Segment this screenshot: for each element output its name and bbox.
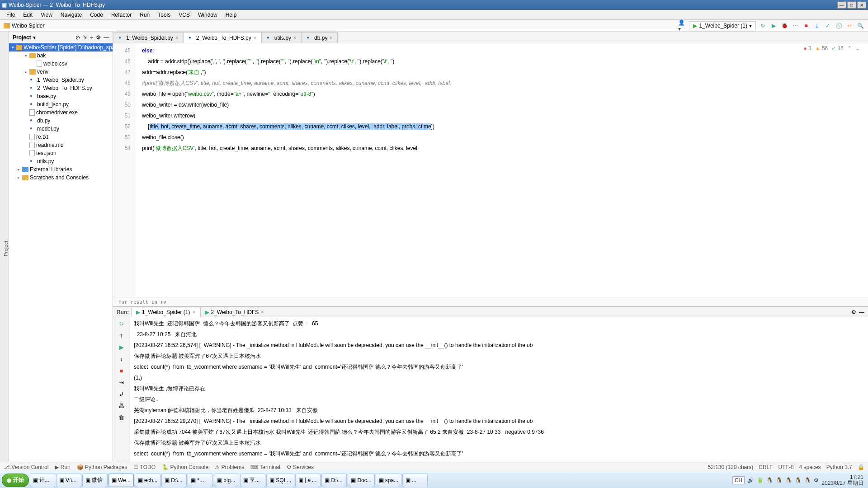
menu-code[interactable]: Code [86,11,107,19]
taskbar-item[interactable]: ▣big... [214,474,239,487]
tree-item[interactable]: ▸venv [9,68,113,76]
taskbar-item[interactable]: ▣[＃... [295,474,321,487]
bottom-tool-todo[interactable]: ☰ TODO [133,464,156,470]
stop-button[interactable]: ■ [802,22,810,30]
tray-lang[interactable]: CH [732,476,745,484]
taskbar-item[interactable]: ▣V:\... [56,474,81,487]
tree-item[interactable]: 2_Weibo_To_HDFS.py [9,84,113,92]
tree-item[interactable]: build_json.py [9,100,113,108]
run-config-selector[interactable]: ▶1_Weibo_Spider (1)▾ [689,21,756,30]
collapse-all-icon[interactable]: ÷ [90,34,93,41]
tray-clock[interactable]: 17:21 2023/8/27 星期日 [821,474,863,486]
editor-tab[interactable]: 2_Weibo_To_HDFS.py✕ [183,32,262,43]
user-icon[interactable]: 👤▾ [678,22,686,30]
run-settings-icon[interactable]: ⚙ [851,309,856,315]
tray-icon[interactable]: 🐧 [776,477,783,483]
code-editor[interactable]: 45464748495051525354 else: addr = addr.s… [113,43,868,297]
editor-tab[interactable]: db.py✕ [301,32,338,43]
run-hide-icon[interactable]: — [859,309,864,315]
bottom-tool-python-console[interactable]: 🐍 Python Console [162,464,208,470]
taskbar-item[interactable]: ▣D:\... [321,474,347,487]
git-commit-icon[interactable]: ✓ [824,22,832,30]
taskbar-item[interactable]: ▣享... [240,474,265,487]
close-button[interactable]: ✕ [857,1,866,9]
project-tool-tab[interactable]: Project [3,241,9,256]
bottom-tool-services[interactable]: ⚙ Services [287,464,314,470]
tree-item[interactable]: test.json [9,149,113,157]
tree-item[interactable]: re.txt [9,133,113,141]
taskbar-item[interactable]: ▣计... [30,474,55,487]
breadcrumb-project[interactable]: Weibo-Spider [12,23,44,29]
tree-item[interactable]: 1_Weibo_Spider.py [9,76,113,84]
tray-icon[interactable]: 🐧 [766,477,773,483]
tree-item[interactable]: base.py [9,92,113,100]
tree-item[interactable]: utils.py [9,157,113,165]
bottom-tool-version-control[interactable]: ⎇ Version Control [4,464,48,470]
exit-icon[interactable]: ⇥ [117,378,126,387]
taskbar-item[interactable]: ▣D:\... [161,474,187,487]
start-button[interactable]: ◉ 开始 [2,474,29,487]
bottom-tool-run[interactable]: ▶ Run [55,464,70,470]
print-icon[interactable]: 🖶 [117,401,126,410]
status-item[interactable]: 4 spaces [799,464,821,470]
tray-icon[interactable]: 🐧 [804,477,811,483]
tree-item[interactable]: model.py [9,125,113,133]
bottom-tool-python-packages[interactable]: 📦 Python Packages [77,464,127,470]
git-update-icon[interactable]: ⤓ [813,22,821,30]
soft-wrap-icon[interactable]: ↲ [117,389,126,399]
tree-root[interactable]: ▾ Weibo-Spider [Spider] D:\hadoop_spark [9,43,113,52]
close-icon[interactable]: ✕ [293,35,297,40]
git-rollback-icon[interactable]: ↩ [845,22,854,30]
status-item[interactable]: CRLF [759,464,773,470]
menu-refactor[interactable]: Refactor [108,11,135,19]
menu-view[interactable]: View [37,11,56,19]
close-icon[interactable]: ✕ [253,35,257,40]
menu-edit[interactable]: Edit [19,11,36,19]
scroll-down-icon[interactable]: ↓ [117,354,126,363]
close-icon[interactable]: ✕ [260,310,264,314]
close-icon[interactable]: ✕ [175,35,179,40]
tree-item[interactable]: ▸Scratches and Consoles [9,174,113,182]
tray-icon[interactable]: 🔋 [757,477,764,483]
git-history-icon[interactable]: 🕓 [835,22,843,30]
taskbar-item[interactable]: ▣SQL... [266,474,294,487]
reload-icon[interactable]: ↻ [759,22,767,30]
bottom-tool-terminal[interactable]: ⌨ Terminal [250,464,280,470]
status-item[interactable]: UTF-8 [778,464,794,470]
run-button[interactable]: ▶ [769,22,778,30]
trash-icon[interactable]: 🗑 [117,413,126,422]
taskbar-item[interactable]: ▣Doc... [348,474,374,487]
menu-vcs[interactable]: VCS [175,11,193,19]
taskbar-item[interactable]: ▣... [402,474,428,487]
console-output[interactable]: 我叫Will先生 还记得韩国萨 德么？今年去韩国的游客又创新高了 点赞： 65 … [130,317,868,462]
expand-all-icon[interactable]: ⇲ [83,34,87,41]
more-run-icon[interactable]: ⋯ [791,22,799,30]
hide-icon[interactable]: — [104,34,109,41]
menu-file[interactable]: File [3,11,19,19]
menu-navigate[interactable]: Navigate [57,11,85,19]
lock-icon[interactable]: 🔒 [858,464,864,470]
tree-item[interactable]: ▾bak [9,52,113,60]
taskbar-item[interactable]: ▣微信 [82,474,108,487]
close-icon[interactable]: ✕ [192,310,196,314]
tray-icon[interactable]: ⚙ [814,477,819,483]
tree-item[interactable]: db.py [9,117,113,125]
select-file-icon[interactable]: ⊙ [75,34,80,41]
bottom-tool-problems[interactable]: ⚠ Problems [215,464,244,470]
code-breadcrumb[interactable]: for result in rv [113,297,868,306]
menu-help[interactable]: Help [222,11,241,19]
taskbar-item[interactable]: ▣spa... [376,474,401,487]
tree-item[interactable]: weibo.csv [9,60,113,68]
minimize-button[interactable]: — [837,1,846,9]
debug-button[interactable]: 🐞 [780,22,788,30]
taskbar-item[interactable]: ▣ech... [135,474,160,487]
tray-icon[interactable]: 🐧 [785,477,792,483]
taskbar-item[interactable]: ▣*... [188,474,213,487]
run-tab[interactable]: ▶ 1_Weibo_Spider (1) ✕ [131,308,201,317]
tree-item[interactable]: ▸External Libraries [9,165,113,174]
taskbar-item[interactable]: ▣We... [108,474,134,487]
system-tray[interactable]: CH 🔊 🔋 🐧 🐧 🐧 🐧 🐧 ⚙ 17:21 2023/8/27 星期日 [732,474,866,486]
inspection-widget[interactable]: 3 56 16 ⌃⌄ [803,45,860,52]
editor-tab[interactable]: 1_Weibo_Spider.py✕ [113,32,184,43]
run-play-button[interactable]: ▶ [117,343,126,352]
